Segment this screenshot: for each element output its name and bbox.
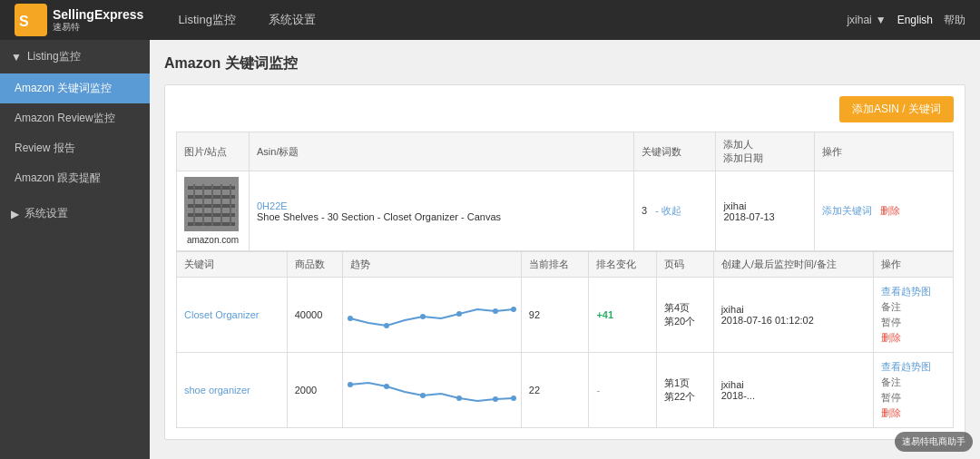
- rank-change-value-1: +41: [596, 309, 613, 320]
- kw-cell-actions-1: 查看趋势图 备注 暂停 删除: [873, 278, 953, 353]
- kw-cell-creator-2: jxihai 2018-...: [713, 353, 873, 428]
- page-num-2: 第1页: [664, 376, 706, 390]
- delete-product-link[interactable]: 删除: [880, 205, 900, 216]
- view-trend-link-2[interactable]: 查看趋势图: [881, 360, 946, 374]
- svg-point-13: [348, 316, 353, 321]
- kw-col-creator: 创建人/最后监控时间/备注: [713, 252, 873, 278]
- sidebar-section-system[interactable]: ▶ 系统设置: [0, 197, 150, 230]
- kw-cell-products-2: 2000: [287, 353, 342, 428]
- product-kw-count-cell: 3 - 收起: [633, 171, 715, 251]
- keyword-link-1[interactable]: Closet Organizer: [184, 309, 260, 320]
- keywords-table: 关键词 商品数 趋势 当前排名 排名变化 页码 创建人/最后监控时间/备注 操作: [176, 251, 954, 428]
- sidebar: ▼ Listing监控 Amazon 关键词监控 Amazon Review监控…: [0, 40, 150, 459]
- sparkline-1: [350, 291, 514, 337]
- kw-cell-rank-2: 22: [521, 353, 589, 428]
- svg-point-20: [384, 384, 389, 389]
- kw-col-products: 商品数: [287, 252, 342, 278]
- product-asin[interactable]: 0H22E: [257, 200, 288, 211]
- product-shelf-svg: [184, 177, 239, 231]
- delete-kw-link-1[interactable]: 删除: [881, 331, 946, 345]
- svg-rect-10: [211, 184, 213, 226]
- product-action-cell: 添加关键词 删除: [815, 171, 954, 251]
- page-item-1: 第20个: [664, 315, 706, 328]
- user-info: jxihai ▼: [847, 14, 886, 26]
- kw-cell-change-1: +41: [589, 278, 657, 353]
- sidebar-item-amazon-follow[interactable]: Amazon 跟卖提醒: [0, 163, 150, 193]
- delete-kw-link-2[interactable]: 删除: [881, 406, 946, 420]
- keyword-link-2[interactable]: shoe organizer: [184, 385, 250, 396]
- content-panel: 添加ASIN / 关键词 图片/站点 Asin/标题 关键词数 添加人添加日期 …: [164, 84, 965, 440]
- svg-point-23: [493, 396, 498, 402]
- kw-cell-rank-1: 92: [521, 278, 589, 353]
- toolbar: 添加ASIN / 关键词: [176, 96, 954, 122]
- main-content: Amazon 关键词监控 添加ASIN / 关键词 图片/站点 Asin/标题 …: [150, 40, 980, 459]
- logo-area: S e SellingExpress 速易特: [15, 4, 143, 36]
- section-label-2: 系统设置: [24, 206, 68, 221]
- svg-point-16: [456, 311, 462, 317]
- kw-cell-keyword-1: Closet Organizer: [177, 278, 288, 353]
- top-nav: S e SellingExpress 速易特 Listing监控 系统设置 jx…: [0, 0, 980, 40]
- product-image: [184, 177, 239, 231]
- svg-rect-8: [193, 184, 195, 226]
- pause-link-2[interactable]: 暂停: [881, 391, 946, 405]
- kw-cell-actions-2: 查看趋势图 备注 暂停 删除: [873, 353, 953, 428]
- section-arrow-2: ▶: [11, 208, 19, 220]
- product-asin-title-cell: 0H22E Shoe Shelves - 30 Section - Closet…: [250, 171, 634, 251]
- col-asin: Asin/标题: [250, 132, 634, 171]
- col-image: 图片/站点: [177, 132, 250, 171]
- dropdown-arrow[interactable]: ▼: [876, 14, 887, 26]
- nav-listing-monitor[interactable]: Listing监控: [171, 8, 243, 32]
- view-trend-link-1[interactable]: 查看趋势图: [881, 285, 946, 298]
- page-item-2: 第22个: [664, 390, 706, 404]
- product-image-cell: amazon.com: [177, 171, 250, 251]
- product-row: amazon.com 0H22E Shoe Shelves - 30 Secti…: [177, 171, 954, 251]
- add-asin-button[interactable]: 添加ASIN / 关键词: [839, 96, 954, 122]
- kw-cell-trend-1: [342, 278, 521, 353]
- kw-col-keyword: 关键词: [177, 252, 288, 278]
- pause-link-1[interactable]: 暂停: [881, 316, 946, 329]
- kw-col-change: 排名变化: [589, 252, 657, 278]
- sidebar-label-amazon-kw: Amazon 关键词监控: [15, 82, 112, 94]
- kw-col-actions: 操作: [873, 252, 953, 278]
- kw-collapse-link[interactable]: - 收起: [655, 205, 681, 216]
- kw-count: 3: [642, 205, 647, 216]
- kw-row-1: Closet Organizer 40000: [177, 278, 954, 353]
- language-button[interactable]: English: [897, 14, 933, 26]
- note-link-2[interactable]: 备注: [881, 376, 946, 389]
- action-links-1: 查看趋势图 备注 暂停 删除: [881, 285, 946, 345]
- svg-point-22: [456, 396, 462, 401]
- sidebar-item-review-report[interactable]: Review 报告: [0, 133, 150, 163]
- help-link[interactable]: 帮助: [944, 13, 965, 28]
- kw-cell-products-1: 40000: [287, 278, 342, 353]
- note-link-1[interactable]: 备注: [881, 300, 946, 314]
- nav-system-settings[interactable]: 系统设置: [261, 8, 323, 32]
- kw-cell-trend-2: [342, 353, 521, 428]
- svg-rect-12: [230, 184, 231, 226]
- svg-point-19: [348, 382, 353, 387]
- page-num-1: 第4页: [664, 301, 706, 315]
- svg-point-21: [420, 393, 426, 398]
- top-right-area: jxihai ▼ English 帮助: [847, 13, 965, 28]
- brand-sub: 速易特: [53, 22, 143, 32]
- brand-name: SellingExpress: [53, 8, 143, 22]
- add-user: jxihai: [723, 200, 807, 211]
- sidebar-section-listing[interactable]: ▼ Listing监控: [0, 40, 150, 73]
- page-title: Amazon 关键词监控: [164, 54, 965, 73]
- sidebar-item-amazon-review[interactable]: Amazon Review监控: [0, 103, 150, 133]
- watermark: 速易特电商助手: [895, 432, 973, 452]
- main-layout: ▼ Listing监控 Amazon 关键词监控 Amazon Review监控…: [0, 40, 980, 459]
- kw-cell-change-2: -: [589, 353, 657, 428]
- kw-col-trend: 趋势: [342, 252, 521, 278]
- add-date: 2018-07-13: [723, 211, 807, 222]
- add-keyword-link[interactable]: 添加关键词: [822, 205, 872, 216]
- col-kwcount: 关键词数: [633, 132, 715, 171]
- svg-point-18: [511, 307, 516, 312]
- username: jxihai: [847, 14, 871, 26]
- kw-row-2: shoe organizer 2000: [177, 353, 954, 428]
- svg-rect-11: [220, 184, 222, 226]
- svg-point-17: [493, 308, 498, 314]
- kw-cell-page-1: 第4页 第20个: [657, 278, 714, 353]
- sidebar-label-review-report: Review 报告: [15, 142, 75, 154]
- sidebar-item-amazon-kw[interactable]: Amazon 关键词监控: [0, 73, 150, 103]
- creator-1: jxihai: [721, 304, 866, 315]
